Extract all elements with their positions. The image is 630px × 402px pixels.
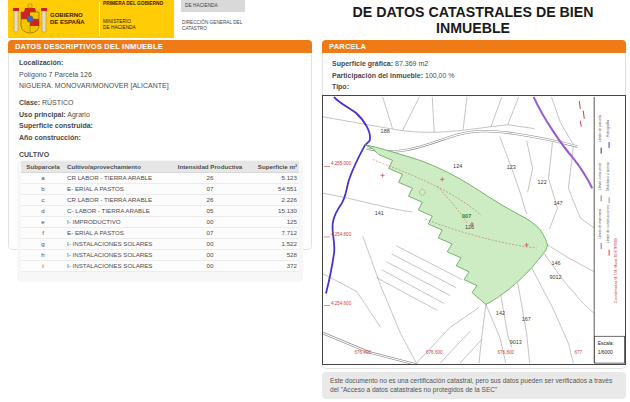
table-cell: 1.522 [249, 238, 299, 249]
gobierno-espana-label: GOBIERNO DE ESPAÑA [50, 12, 96, 26]
map-coordinate-label-y: 4.254.600 [331, 301, 352, 306]
clase-value: RÚSTICO [42, 99, 74, 106]
table-cell: i [21, 260, 65, 271]
legend-item-label: Límite de construcciones [606, 205, 610, 244]
table-cell: I- INSTALACIONES SOLARES [65, 238, 171, 249]
cultivo-table-wrap: Subparcela Cultivo/aprovechamiento Inten… [17, 160, 303, 282]
table-cell: 54.551 [249, 183, 299, 194]
scale-value: 1/6000 [598, 350, 613, 355]
map-coordinate-label-x: 676.600 [426, 350, 443, 355]
map-parcel-label: 167 [522, 316, 531, 322]
localizacion-label: Localización: [19, 59, 63, 66]
table-cell: c [21, 194, 65, 205]
table-cell: 2.226 [249, 194, 299, 205]
map-coordinate-label-x: 676.800 [498, 350, 515, 355]
table-cell: e [21, 216, 65, 227]
table-row: fE- ERIAL A PASTOS077.712 [21, 227, 299, 238]
uso-label: Uso principal: [19, 111, 66, 118]
map-parcel-label: 122 [538, 179, 547, 185]
table-cell: 528 [249, 249, 299, 260]
table-cell: I- IMPRODUCTIVO [65, 216, 171, 227]
map-parcel-label: 123 [507, 164, 516, 170]
table-cell: 26 [171, 172, 249, 183]
table-row: aCR LABOR - TIERRA ARABLE265.123 [21, 172, 299, 183]
cultivo-title: CULTIVO [19, 151, 311, 158]
table-cell: 26 [171, 194, 249, 205]
table-cell: a [21, 172, 65, 183]
table-cell: 5.123 [249, 172, 299, 183]
table-cell: 7.712 [249, 227, 299, 238]
table-cell: 00 [171, 238, 249, 249]
map-parcel-label: 124 [453, 163, 462, 169]
table-cell: d [21, 205, 65, 216]
ministry-block: PRIMERA DEL GOBIERNO MINISTERIO DE HACIE… [103, 0, 163, 31]
document-title: DE DATOS CATASTRALES DE BIEN INMUEBLE [318, 4, 628, 36]
section-bar-parcela: PARCELA [322, 40, 626, 53]
legend-item-label: Hidrografía [606, 120, 610, 137]
table-cell: E- ERIAL A PASTOS [65, 227, 171, 238]
col-cultivo: Cultivo/aprovechamiento [65, 161, 171, 173]
table-row: iI- INSTALACIONES SOLARES00372 [21, 260, 299, 271]
participacion-value: 100,00 % [425, 72, 455, 79]
col-intensidad: Intensidad Productiva [171, 161, 249, 173]
anio-construccion-label: Año construcción: [19, 134, 81, 141]
table-cell: 372 [249, 260, 299, 271]
table-row: hI- INSTALACIONES SOLARES00528 [21, 249, 299, 260]
disclaimer-text: Este documento no es una certificación c… [322, 372, 626, 399]
table-header-row: Subparcela Cultivo/aprovechamiento Inten… [21, 161, 299, 173]
table-cell: 00 [171, 216, 249, 227]
legend-item-label: Límite zona verde [598, 163, 602, 191]
table-row: bE- ERIAL A PASTOS0754.551 [21, 183, 299, 194]
superficie-grafica-label: Superficie gráfica: [332, 60, 393, 67]
table-row: cCR LABOR - TIERRA ARABLE262.226 [21, 194, 299, 205]
table-cell: I- INSTALACIONES SOLARES [65, 260, 171, 271]
col-subparcela: Subparcela [21, 161, 65, 173]
parcel-map[interactable]: 1881241411231221471469012142167901300712… [322, 95, 626, 365]
parcela-fields: Superficie gráfica: 87.369 m2 Participac… [322, 53, 626, 91]
table-cell: 00 [171, 260, 249, 271]
table-cell: C- LABOR - TIERRA ARABLE [65, 205, 171, 216]
table-row: gI- INSTALACIONES SOLARES001.522 [21, 238, 299, 249]
map-parcel-label: 188 [381, 128, 390, 134]
localizacion-line1: Polígono 7 Parcela 126 [19, 70, 311, 79]
table-cell: I- INSTALACIONES SOLARES [65, 249, 171, 260]
map-coordinate-label-y: 4.255.000 [331, 161, 352, 166]
legend-item-label: Límite de parcela [598, 115, 602, 142]
map-parcel-label: 142 [496, 310, 505, 316]
participacion-label: Participación del inmueble: [332, 72, 423, 79]
spain-coat-of-arms-icon [12, 2, 48, 36]
map-coordinate-label-x: 676.400 [355, 350, 372, 355]
vicepresidencia-label: PRIMERA DEL GOBIERNO [103, 1, 163, 7]
ministerio-gray-box: DE HACIENDA [181, 0, 245, 12]
table-cell: 07 [171, 227, 249, 238]
table-cell: CR LABOR - TIERRA ARABLE [65, 172, 171, 183]
table-cell: CR LABOR - TIERRA ARABLE [65, 194, 171, 205]
table-cell: b [21, 183, 65, 194]
cadastral-document: GOBIERNO DE ESPAÑA PRIMERA DEL GOBIERNO … [0, 0, 630, 402]
table-cell: g [21, 238, 65, 249]
map-parcel-label: 147 [553, 200, 562, 206]
tipo-label: Tipo: [332, 83, 349, 90]
clase-label: Clase: [19, 99, 40, 106]
legend-item-label: Mobiliario y aceras [606, 162, 610, 191]
table-cell: E- ERIAL A PASTOS [65, 183, 171, 194]
utm-reference-label: Coordenadas U.T.M. Huso 30 ETRS89 [614, 238, 618, 303]
uso-value: Agrario [67, 111, 90, 118]
localizacion-line2: NIGUERA. MONOVAR/MONOVER [ALICANTE] [19, 81, 311, 90]
section-bar-datos-descriptivos: DATOS DESCRIPTIVOS DEL INMUEBLE [8, 40, 312, 53]
cultivo-table: Subparcela Cultivo/aprovechamiento Inten… [21, 161, 299, 272]
ministerio-label: MINISTERIO DE HACIENDA [103, 19, 163, 31]
table-row: dC- LABOR - TIERRA ARABLE0515.130 [21, 205, 299, 216]
government-logo-block: GOBIERNO DE ESPAÑA PRIMERA DEL GOBIERNO … [8, 0, 174, 38]
map-legend: Límite de parcelaHidrografíaLímite zona … [594, 97, 625, 363]
map-parcel-label: 126 [465, 224, 474, 230]
datos-descriptivos-panel: Localización: Polígono 7 Parcela 126 NIG… [8, 53, 312, 250]
map-parcel-label: 9013 [510, 339, 522, 345]
table-cell: h [21, 249, 65, 260]
map-parcel-label: 9012 [550, 274, 562, 280]
legend-item-label: Límite de manzana [598, 209, 602, 239]
scale-label: Escala: [598, 341, 614, 346]
map-parcel-label: 007 [462, 213, 471, 219]
col-superficie: Superficie m² [249, 161, 299, 173]
logo-divider [99, 2, 100, 36]
